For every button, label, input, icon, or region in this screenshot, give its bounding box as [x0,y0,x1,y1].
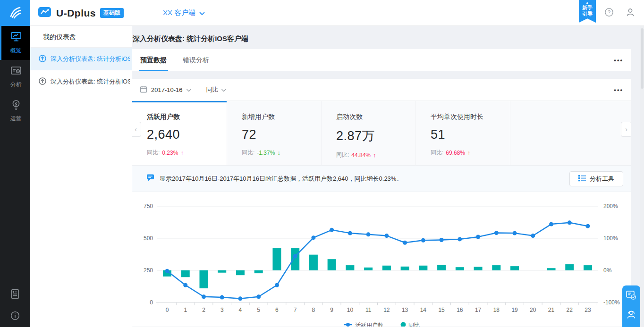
stat-card-launches[interactable]: 启动次数 2.87万 同比: 44.84% ↑ [321,101,415,165]
svg-text:18: 18 [493,307,500,313]
stat-compare: 同比: 69.68% ↑ [431,149,510,157]
tab-preset-data[interactable]: 预置数据 [140,49,167,71]
svg-text:-100%: -100% [603,299,620,306]
chevron-down-icon [186,86,191,93]
svg-text:4: 4 [239,307,242,313]
tab-error-analysis[interactable]: 错误分析 [182,49,210,71]
page-title: 深入分析仪表盘: 统计分析iOS客户端 [133,34,631,43]
stats-strip: 活跃用户数 2,640 同比: 0.23% ↑ 新增用户数 72 同比: -1.… [132,101,631,166]
edition-badge: 基础版 [100,8,124,18]
summary-text: 显示2017年10月16日-2017年10月16日的汇总数据，活跃用户数2,64… [160,175,402,183]
beginner-guide-badge[interactable]: 新手引导 [579,0,596,23]
sidebar-item-dashboard-1[interactable]: 深入分析仪表盘: 统计分析iOS客户端 [30,48,132,70]
overview-monitor-icon [10,31,22,44]
stat-value: 2.87万 [336,127,415,144]
info-icon[interactable] [9,310,21,323]
svg-text:12: 12 [383,307,390,313]
user-icon[interactable] [625,7,636,19]
chevron-down-icon [199,9,205,17]
change-value: 69.68% [446,150,465,156]
stat-value: 2,640 [147,127,227,142]
svg-text:0: 0 [150,299,153,306]
tabs-bar: 预置数据 错误分析 ••• [132,49,631,71]
svg-text:250: 250 [144,267,153,274]
svg-text:500: 500 [144,235,153,242]
svg-text:8: 8 [312,307,315,313]
document-icon[interactable] [9,288,21,302]
dot-icon [586,2,588,4]
rail-item-overview[interactable]: 概览 [0,26,30,60]
svg-text:14: 14 [420,307,427,313]
feather-icon [8,5,23,22]
compare-selector[interactable]: 同比 [206,85,226,94]
analysis-tools-button[interactable]: 分析工具 [569,171,623,186]
lightbulb-icon [10,99,22,112]
svg-text:?: ? [608,9,610,15]
guide-label: 新手引导 [582,5,593,17]
rail-label: 运营 [10,115,22,123]
main-content: 深入分析仪表盘: 统计分析iOS客户端 预置数据 错误分析 ••• 2017-1… [132,26,644,327]
stat-filler [510,101,631,165]
svg-text:1: 1 [184,307,187,313]
combo-chart[interactable]: 0250500750-100%0%100%200%012345678910111… [132,192,631,327]
up-arrow-icon: ↑ [373,151,376,159]
gauge-icon [38,77,47,87]
chart-area: 0250500750-100%0%100%200%012345678910111… [132,192,631,327]
svg-text:100%: 100% [603,235,618,242]
sidebar-item-label: 深入分析仪表盘: 统计分析iOS客户端 [51,55,130,63]
rail-label: 分析 [10,81,22,89]
stat-card-avg-session-duration[interactable]: 平均单次使用时长 51 同比: 69.68% ↑ [415,101,510,165]
carousel-prev-button[interactable]: ‹ [132,122,141,137]
filter-row: 2017-10-16 同比 ••• [132,79,631,101]
dashboard-sidebar: 我的仪表盘 深入分析仪表盘: 统计分析iOS客户端 深入分析仪表盘: 统计分析i… [30,26,132,327]
top-header: U-Dplus 基础版 XX 客户端 新手引导 ? [0,0,644,26]
carousel-next-button[interactable]: › [621,122,631,137]
svg-text:750: 750 [144,203,153,210]
more-menu-icon[interactable]: ••• [614,79,623,101]
up-arrow-icon: ↑ [467,149,471,156]
app-selector-label: XX 客户端 [163,8,195,17]
stat-label: 平均单次使用时长 [431,113,510,121]
dashboard-card: 2017-10-16 同比 ••• 活跃用户数 2,640 同比: 0.23% [132,79,631,327]
stat-label: 新增用户数 [242,113,321,121]
scrollbar-thumb[interactable] [641,28,644,89]
rail-item-operation[interactable]: 运营 [0,94,30,128]
chart-app-icon [38,6,52,20]
date-picker[interactable]: 2017-10-16 [140,85,191,94]
stat-value: 51 [431,127,510,142]
svg-text:23: 23 [585,307,591,313]
compare-value: 同比 [206,85,219,94]
stat-compare: 同比: 0.23% ↑ [147,149,227,157]
more-menu-icon[interactable]: ••• [614,49,623,71]
umeng-logo[interactable] [0,0,30,26]
stat-card-new-users[interactable]: 新增用户数 72 同比: -1.37% ↓ [227,101,321,165]
svg-text:16: 16 [457,307,463,313]
gauge-icon [38,54,47,64]
analysis-tools-label: 分析工具 [590,175,614,183]
svg-text:9: 9 [330,307,333,313]
feedback-survey-icon[interactable] [626,290,637,301]
stat-compare: 同比: 44.84% ↑ [336,151,415,159]
rail-bottom [0,288,30,323]
help-icon[interactable]: ? [604,8,614,19]
rail-item-analysis[interactable]: 分析 [0,60,30,94]
date-value: 2017-10-16 [151,86,183,93]
svg-text:19: 19 [511,307,518,313]
svg-text:10: 10 [347,307,354,313]
stat-label: 活跃用户数 [147,113,227,121]
header-actions: ? [604,0,636,26]
svg-text:0%: 0% [603,267,612,274]
stat-compare: 同比: -1.37% ↓ [242,149,321,157]
list-icon [578,175,586,183]
svg-text:22: 22 [567,307,573,313]
app-selector[interactable]: XX 客户端 [163,0,205,26]
sidebar-item-dashboard-2[interactable]: 深入分析仪表盘: 统计分析iOS客户端 [30,70,132,93]
page-scrollbar[interactable] [640,26,644,327]
svg-text:21: 21 [548,307,555,313]
chevron-down-icon [221,86,226,93]
customer-service-icon[interactable] [626,309,637,320]
summary-bar: 显示2017年10月16日-2017年10月16日的汇总数据，活跃用户数2,64… [132,166,631,192]
stat-card-active-users[interactable]: 活跃用户数 2,640 同比: 0.23% ↑ [132,101,227,165]
svg-text:20: 20 [530,307,536,313]
svg-text:5: 5 [257,307,260,313]
